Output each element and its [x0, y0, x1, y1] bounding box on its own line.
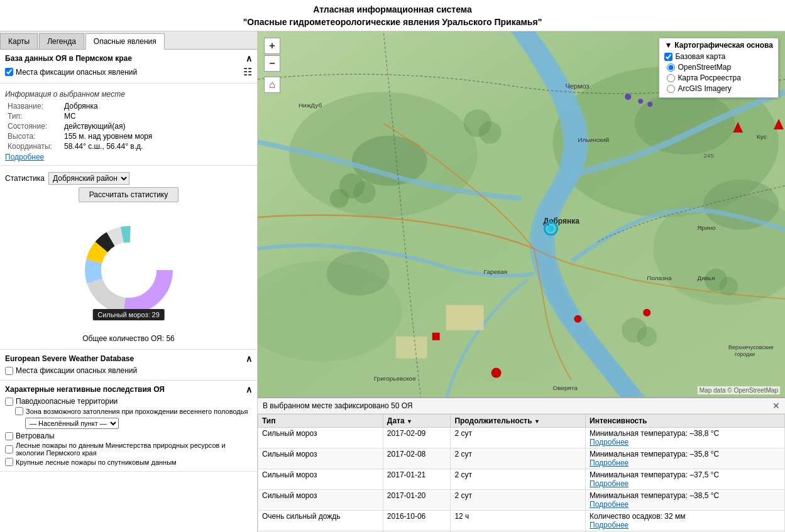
arcgis-radio[interactable]: [667, 85, 675, 93]
marker-purple-1[interactable]: [625, 94, 631, 100]
table-icon[interactable]: ☷: [243, 66, 252, 78]
info-heading: Информация о выбранном месте: [5, 90, 252, 99]
details-link[interactable]: Подробнее: [590, 438, 781, 447]
tab-bar: Карты Легенда Опасные явления: [0, 31, 257, 50]
db-section-title: База данных ОЯ в Пермском крае: [5, 54, 132, 63]
info-table: Название: Добрянка Тип: МС Состояние: де…: [5, 101, 252, 151]
layer-panel-label: Картографическая основа: [674, 41, 773, 50]
app-header: Атласная информационная система "Опасные…: [0, 0, 785, 31]
marker-circle-1[interactable]: [574, 315, 581, 323]
svg-text:Оверята: Оверята: [552, 384, 578, 391]
cb-floodzone[interactable]: [15, 407, 23, 415]
close-table-button[interactable]: ✕: [772, 401, 780, 411]
consequence-windfall: Ветровалы: [5, 432, 252, 440]
map-controls: + − ⌂: [264, 38, 280, 93]
svg-rect-19: [446, 305, 484, 330]
calc-stats-button[interactable]: Рассчитать статистику: [79, 187, 179, 202]
stats-section: Статистика Добрянский район Рассчитать с…: [0, 166, 257, 350]
stats-district-select[interactable]: Добрянский район: [48, 172, 129, 185]
stats-label: Статистика: [5, 174, 45, 183]
details-link[interactable]: Подробнее: [590, 500, 781, 509]
table-row: Сильный мороз 2017-02-09 2 сут Минимальн…: [258, 428, 785, 448]
consequences-chevron[interactable]: ∧: [246, 384, 252, 394]
consequence-fire2: Крупные лесные пожары по спутниковым дан…: [5, 458, 252, 466]
svg-text:Полазна: Полазна: [647, 274, 672, 281]
eswd-checkbox-label: Места фиксации опасных явлений: [16, 366, 137, 375]
col-date[interactable]: Дата ▼: [383, 415, 451, 428]
flood-zone-row: Зона возможного затопления при прохожден…: [15, 407, 252, 429]
basemap-label: Базовая карта: [675, 52, 725, 61]
svg-text:Гаревая: Гаревая: [484, 268, 508, 275]
places-checkbox[interactable]: [5, 68, 13, 76]
eswd-title: European Severe Weather Database: [5, 354, 134, 363]
info-row-status: Состояние: действующий(ая): [5, 121, 252, 131]
chart-total: Общее количество ОЯ: 56: [82, 334, 175, 343]
donut-tooltip: Сильный мороз: 29: [92, 309, 165, 320]
layer-panel-title[interactable]: ▼ Картографическая основа: [664, 41, 773, 50]
map-area[interactable]: Чермоз Ильинский Добрянка Ярино Дивья По…: [258, 31, 785, 397]
info-row-type: Тип: МС: [5, 111, 252, 121]
basemap-checkbox[interactable]: [664, 53, 672, 61]
svg-point-36: [547, 225, 554, 232]
details-link[interactable]: Подробнее: [590, 521, 781, 529]
tab-events[interactable]: Опасные явления: [85, 33, 165, 50]
rosreestr-label: Карта Росреестра: [678, 73, 740, 82]
tab-legend[interactable]: Легенда: [39, 33, 84, 49]
cb-fire1-label: Лесные пожары по данным Министерства при…: [16, 442, 252, 457]
bottom-table-area: В выбранном месте зафиксировано 50 ОЯ ✕ …: [258, 397, 785, 532]
col-duration[interactable]: Продолжительность ▼: [451, 415, 586, 428]
table-row: Очень сильный дождь 2016-10-06 12 ч Коли…: [258, 511, 785, 531]
info-more-link[interactable]: Подробнее: [5, 153, 44, 161]
svg-text:Ярино: Ярино: [697, 224, 716, 231]
home-button[interactable]: ⌂: [264, 77, 280, 93]
svg-text:Дивья: Дивья: [697, 274, 715, 281]
bottom-table-title: В выбранном месте зафиксировано 50 ОЯ: [263, 401, 413, 410]
col-type[interactable]: Тип: [258, 415, 383, 428]
table-header-row: Тип Дата ▼ Продолжительность ▼ Интенсивн…: [258, 415, 785, 428]
details-link[interactable]: Подробнее: [590, 479, 781, 488]
db-section-chevron[interactable]: ∧: [246, 53, 252, 63]
eswd-section: European Severe Weather Database ∧ Места…: [0, 350, 257, 381]
zoom-out-button[interactable]: −: [264, 55, 280, 72]
marker-sq-1[interactable]: [432, 333, 440, 340]
info-row-coords: Координаты: 58.44° с.ш., 56.44° в.д.: [5, 141, 252, 151]
svg-text:Григорьевское: Григорьевское: [374, 375, 416, 382]
rosreestr-radio[interactable]: [667, 74, 675, 82]
zoom-in-button[interactable]: +: [264, 38, 280, 54]
details-link[interactable]: Подробнее: [590, 459, 781, 467]
cb-floodzone-label: Зона возможного затопления при прохожден…: [26, 408, 248, 415]
chart-container: Сильный мороз: 29 Общее количество ОЯ: 5…: [5, 205, 252, 345]
svg-text:Кус: Кус: [757, 133, 767, 140]
info-row-name: Название: Добрянка: [5, 101, 252, 111]
svg-rect-20: [396, 337, 427, 359]
svg-text:НижДуб: НижДуб: [299, 102, 322, 109]
layer-panel-arrow: ▼: [664, 41, 672, 50]
marker-purple-2[interactable]: [638, 99, 643, 104]
svg-point-18: [719, 277, 738, 296]
eswd-checkbox[interactable]: [5, 367, 13, 375]
tab-maps[interactable]: Карты: [0, 33, 38, 49]
bottom-table-header: В выбранном месте зафиксировано 50 ОЯ ✕: [258, 398, 785, 414]
cb-fire1[interactable]: [5, 445, 13, 453]
arcgis-label: ArcGIS Imagery: [678, 84, 731, 93]
svg-point-11: [353, 181, 376, 204]
col-intensity: Интенсивность: [586, 415, 785, 428]
cb-fire2[interactable]: [5, 458, 13, 466]
svg-point-8: [327, 252, 390, 296]
marker-purple-3[interactable]: [647, 102, 652, 107]
table-scroll[interactable]: Тип Дата ▼ Продолжительность ▼ Интенсивн…: [258, 414, 785, 532]
donut-center: [101, 242, 156, 298]
svg-point-14: [479, 121, 502, 144]
eswd-chevron[interactable]: ∧: [246, 354, 252, 364]
flood-zone-select[interactable]: — Населённый пункт —: [25, 418, 119, 429]
marker-circle-2[interactable]: [643, 309, 651, 317]
cb-windfall[interactable]: [5, 432, 13, 440]
table-row: Сильный мороз 2017-01-21 2 сут Минимальн…: [258, 469, 785, 490]
cb-flood[interactable]: [5, 398, 13, 406]
svg-text:городки: городки: [735, 351, 755, 357]
marker-circle-3[interactable]: [491, 368, 502, 378]
data-table: Тип Дата ▼ Продолжительность ▼ Интенсивн…: [258, 414, 785, 532]
table-body: Сильный мороз 2017-02-09 2 сут Минимальн…: [258, 428, 785, 533]
consequences-title: Характерные негативные последствия ОЯ: [5, 385, 165, 394]
osm-radio[interactable]: [667, 63, 675, 72]
